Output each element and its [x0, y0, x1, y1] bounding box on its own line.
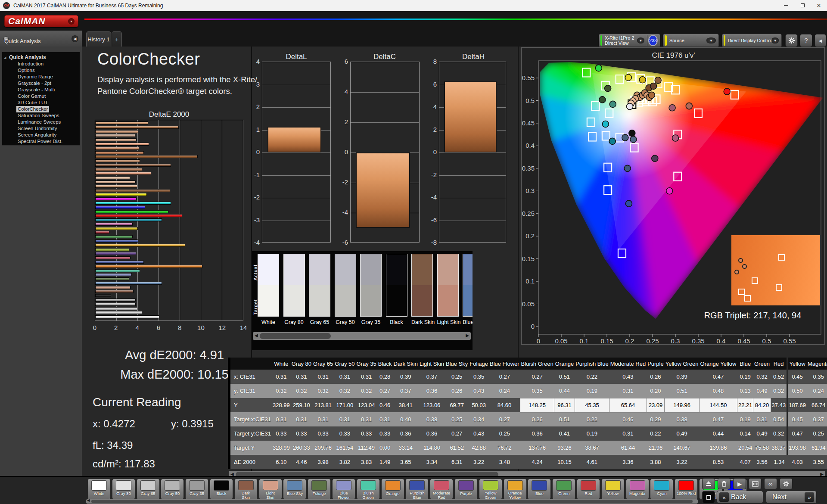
patch-button-white[interactable]: White [87, 479, 111, 500]
table-cell[interactable]: 3.55 [807, 455, 827, 469]
swatch-gray-35[interactable]: Gray 35 [360, 254, 382, 325]
chevron-down-icon[interactable]: ▼ [771, 37, 779, 44]
table-cell[interactable]: 0.32 [771, 426, 788, 441]
sidebar-collapse-button[interactable]: ◀ [72, 35, 78, 42]
table-cell[interactable]: 0.43 [609, 370, 647, 384]
table-cell[interactable]: 38.37 [771, 441, 788, 455]
maximize-button[interactable] [794, 0, 811, 11]
column-header-orange-yellow[interactable]: Orange Yellow [700, 358, 737, 370]
table-cell[interactable]: 0.32 [272, 384, 291, 398]
table-cell[interactable]: 0.31 [609, 384, 647, 398]
table-cell[interactable]: 0.25 [445, 370, 469, 384]
column-header-dark-skin[interactable]: Dark Skin [393, 358, 419, 370]
table-cell[interactable]: 6.31 [445, 455, 469, 469]
table-cell[interactable]: 0.35 [520, 384, 554, 398]
table-cell[interactable]: 0.25 [489, 426, 520, 441]
table-cell[interactable]: 260.33 [291, 441, 312, 455]
patch-button-black[interactable]: Black [210, 479, 233, 500]
table-cell[interactable]: 4.46 [291, 455, 312, 469]
table-cell[interactable]: 0.31 [291, 412, 312, 426]
column-header-magenta[interactable]: Magenta [807, 358, 827, 370]
column-header-purplish-blue[interactable]: Purplish Blue [575, 358, 609, 370]
table-cell[interactable]: 38.41 [393, 398, 419, 412]
column-header-blue[interactable]: Blue [737, 358, 753, 370]
table-cell[interactable]: 0.45 [788, 412, 807, 426]
table-cell[interactable]: 3.83 [356, 455, 377, 469]
table-cell[interactable]: 0.40 [393, 412, 419, 426]
table-cell[interactable]: 3.22 [469, 455, 489, 469]
table-cell[interactable]: 84.20 [753, 398, 771, 412]
table-cell[interactable]: 0.36 [393, 426, 419, 441]
table-cell[interactable]: 112.49 [356, 441, 377, 455]
column-header-blue-flower[interactable]: Blue Flower [489, 358, 520, 370]
table-cell[interactable]: 61.44 [609, 441, 647, 455]
table-cell[interactable]: 93.26 [554, 441, 575, 455]
patch-button-dark-skin[interactable]: DarkSkin [234, 479, 258, 500]
column-header-moderate-red[interactable]: Moderate Red [609, 358, 647, 370]
table-cell[interactable]: 0.47 [700, 370, 737, 384]
fit-window-button[interactable] [749, 478, 762, 489]
table-cell[interactable]: 20.54 [737, 441, 753, 455]
table-cell[interactable]: 0.39 [393, 370, 419, 384]
table-cell[interactable]: 0.35 [807, 370, 827, 384]
meter-dropdown[interactable]: X-Rite i1Pro 2Direct View ▼ 233 [599, 34, 660, 47]
table-cell[interactable]: 50.03 [469, 398, 489, 412]
table-cell[interactable]: 213.81 [312, 398, 334, 412]
table-cell[interactable]: 61.52 [445, 441, 469, 455]
minimize-button[interactable] [778, 0, 794, 11]
table-cell[interactable]: 0.49 [665, 426, 700, 441]
table-cell[interactable]: 193.98 [788, 441, 807, 455]
table-cell[interactable]: 4.24 [520, 455, 554, 469]
swatch-gray-80[interactable]: Gray 80 [283, 254, 305, 325]
table-cell[interactable]: 0.26 [445, 384, 469, 398]
table-cell[interactable]: 148.25 [520, 398, 554, 412]
table-cell[interactable]: 0.31 [272, 370, 291, 384]
table-cell[interactable]: 0.32 [291, 384, 312, 398]
patch-button-purple[interactable]: Purple [454, 479, 478, 500]
patch-button-foliage[interactable]: Foliage [308, 479, 331, 500]
tab-history-1[interactable]: History 1 [86, 31, 111, 47]
chevron-down-icon[interactable]: ▼ [706, 37, 716, 44]
tree-item-grayscale-2pt[interactable]: Grayscale - 2pt [2, 80, 80, 87]
table-cell[interactable]: 21.96 [647, 441, 665, 455]
table-cell[interactable]: 0.13 [737, 384, 753, 398]
patch-button-magenta[interactable]: Magenta [626, 479, 649, 500]
table-cell[interactable]: 0.38 [419, 412, 445, 426]
table-cell[interactable]: 0.37 [419, 370, 445, 384]
calman-menu-button[interactable]: CalMAN ▼ [4, 15, 78, 27]
column-header-purple[interactable]: Purple [647, 358, 665, 370]
table-cell[interactable]: 0.48 [700, 384, 737, 398]
table-cell[interactable]: 3.36 [609, 455, 647, 469]
patch-button-blue[interactable]: Blue [528, 479, 551, 500]
column-header-white[interactable]: White [272, 358, 291, 370]
patch-scrollbar[interactable]: ◀ [86, 499, 698, 504]
pattern-options-button[interactable] [780, 478, 793, 489]
patch-button-100-red[interactable]: 100% Red [675, 479, 698, 500]
column-header-light-skin[interactable]: Light Skin [419, 358, 445, 370]
column-header-gray-50[interactable]: Gray 50 [334, 358, 355, 370]
table-cell[interactable]: 0.27 [445, 426, 469, 441]
patch-button-green[interactable]: Green [552, 479, 575, 500]
tree-item-options[interactable]: Options [2, 67, 80, 74]
table-cell[interactable]: 0.22 [647, 426, 665, 441]
table-cell[interactable]: 0.31 [753, 412, 771, 426]
table-cell[interactable]: 0.49 [753, 426, 771, 441]
patch-button-purplish-blue[interactable]: PurplishBlue [405, 479, 429, 500]
column-header-orange[interactable]: Orange [554, 358, 575, 370]
patch-button-yellow-green[interactable]: YellowGreen [479, 479, 502, 500]
column-header-red[interactable]: Red [771, 358, 788, 370]
swatch-dark-skin[interactable]: Dark Skin [411, 254, 433, 325]
table-cell[interactable]: 0.19 [575, 384, 609, 398]
table-cell[interactable]: 37.43 [771, 398, 788, 412]
table-cell[interactable]: 0.32 [771, 384, 788, 398]
scroll-right-icon[interactable]: ▶ [466, 333, 469, 338]
table-cell[interactable]: 96.31 [554, 398, 575, 412]
settings-button[interactable] [785, 34, 798, 47]
table-cell[interactable]: 0.36 [419, 426, 445, 441]
column-header-gray-35[interactable]: Gray 35 [356, 358, 377, 370]
table-cell[interactable]: 69.77 [445, 398, 469, 412]
source-dropdown[interactable]: Source ▼ [663, 34, 719, 47]
table-cell[interactable]: 42.88 [469, 441, 489, 455]
table-cell[interactable]: 259.10 [291, 398, 312, 412]
table-cell[interactable]: 0.00 [377, 441, 393, 455]
